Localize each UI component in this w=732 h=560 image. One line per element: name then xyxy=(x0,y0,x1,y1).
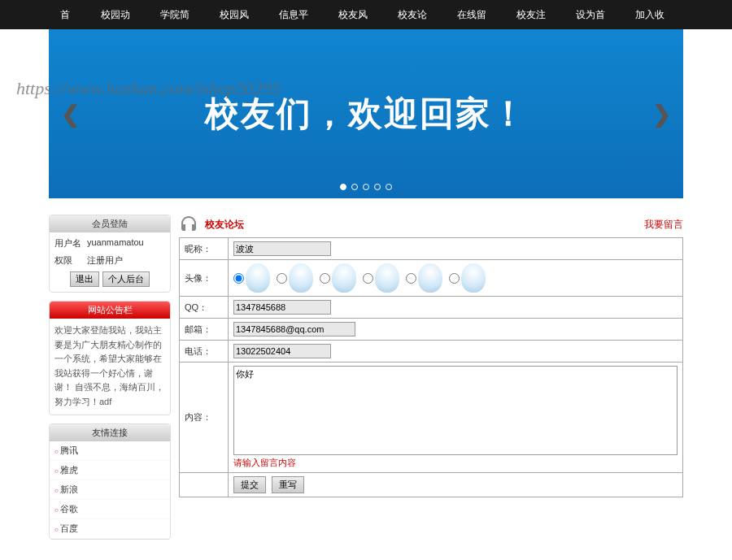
carousel-prev-icon[interactable]: ❮ xyxy=(61,101,80,128)
role-value: 注册用户 xyxy=(87,254,123,267)
friend-link[interactable]: 谷歌 xyxy=(50,500,170,519)
avatar-icon xyxy=(246,263,270,293)
hero-banner: https://www.huzhan.com/ishop30295 ❮ 校友们，… xyxy=(49,29,683,198)
nickname-label: 昵称： xyxy=(180,238,229,260)
nav-home[interactable]: 首页 xyxy=(49,0,89,29)
content-label: 内容： xyxy=(180,362,229,473)
friend-link[interactable]: 雅虎 xyxy=(50,461,170,480)
nav-alumni[interactable]: 校友风采 xyxy=(327,0,386,29)
phone-label: 电话： xyxy=(180,341,229,362)
profile-button[interactable]: 个人后台 xyxy=(102,271,150,287)
carousel-dots xyxy=(340,184,392,190)
email-input[interactable] xyxy=(233,322,355,336)
logout-button[interactable]: 退出 xyxy=(70,271,99,287)
nav-forum[interactable]: 校友论坛 xyxy=(386,0,446,29)
carousel-dot[interactable] xyxy=(386,184,392,190)
login-panel: 会员登陆 用户名 yuanmamatou 权限 注册用户 退出 个人后台 xyxy=(49,215,171,293)
content-textarea[interactable]: 你好 xyxy=(233,366,678,455)
carousel-dot[interactable] xyxy=(351,184,358,190)
avatar-radio-2[interactable] xyxy=(277,273,287,284)
notice-panel-title: 网站公告栏 xyxy=(50,302,170,319)
headset-icon xyxy=(179,215,198,234)
main-content: 校友论坛 我要留言 昵称： 头像： xyxy=(179,215,683,548)
nav-register[interactable]: 校友注册 xyxy=(505,0,564,29)
email-label: 邮箱： xyxy=(180,319,229,341)
avatar-radio-6[interactable] xyxy=(449,273,460,284)
carousel-dot[interactable] xyxy=(340,184,346,190)
links-panel: 友情连接 腾讯 雅虎 新浪 谷歌 百度 xyxy=(49,423,171,540)
qq-input[interactable] xyxy=(233,300,331,315)
notice-panel: 网站公告栏 欢迎大家登陆我站，我站主要是为广大朋友精心制作的一个系统，希望大家能… xyxy=(49,301,171,415)
avatar-icon xyxy=(418,263,442,293)
friend-link[interactable]: 百度 xyxy=(50,519,170,539)
avatar-radio-4[interactable] xyxy=(363,273,373,284)
nav-news[interactable]: 校园动态 xyxy=(89,0,149,29)
nav-intro[interactable]: 学院简介 xyxy=(149,0,208,29)
phone-input[interactable] xyxy=(233,344,331,358)
error-message: 请输入留言内容 xyxy=(233,457,678,469)
avatar-icon xyxy=(375,263,399,293)
nickname-input[interactable] xyxy=(233,241,331,256)
nav-right: 设为首页 加入收藏 xyxy=(564,0,683,29)
username-label: 用户名 xyxy=(54,237,87,250)
reset-button[interactable]: 重写 xyxy=(272,476,304,493)
login-panel-title: 会员登陆 xyxy=(50,215,170,232)
friend-link[interactable]: 腾讯 xyxy=(50,441,170,461)
avatar-radio-5[interactable] xyxy=(406,273,416,284)
username-value: yuanmamatou xyxy=(87,237,144,250)
nav-message[interactable]: 在线留言 xyxy=(446,0,505,29)
avatar-radio-3[interactable] xyxy=(320,273,330,284)
carousel-dot[interactable] xyxy=(363,184,369,190)
avatar-icon xyxy=(289,263,313,293)
avatar-label: 头像： xyxy=(180,260,229,297)
nav-info[interactable]: 信息平台 xyxy=(268,0,327,29)
forum-title: 校友论坛 xyxy=(205,218,244,232)
carousel-dot[interactable] xyxy=(374,184,381,190)
sidebar: 会员登陆 用户名 yuanmamatou 权限 注册用户 退出 个人后台 网站公… xyxy=(49,215,171,548)
carousel-next-icon[interactable]: ❯ xyxy=(652,101,671,128)
nav-left: 首页 校园动态 学院简介 校园风景 信息平台 校友风采 校友论坛 在线留言 校友… xyxy=(49,0,564,29)
role-label: 权限 xyxy=(54,254,87,267)
qq-label: QQ： xyxy=(180,297,229,319)
nav-scenery[interactable]: 校园风景 xyxy=(208,0,268,29)
submit-button[interactable]: 提交 xyxy=(233,476,266,493)
message-form: 昵称： 头像： QQ： xyxy=(179,237,683,497)
avatar-radio-1[interactable] xyxy=(233,273,244,284)
notice-content: 欢迎大家登陆我站，我站主要是为广大朋友精心制作的一个系统，希望大家能够在我站获得… xyxy=(54,323,165,410)
friend-link[interactable]: 新浪 xyxy=(50,480,170,500)
post-message-link[interactable]: 我要留言 xyxy=(644,218,683,232)
links-panel-title: 友情连接 xyxy=(50,424,170,441)
watermark-text: https://www.huzhan.com/ishop30295 xyxy=(16,78,281,99)
top-nav: 首页 校园动态 学院简介 校园风景 信息平台 校友风采 校友论坛 在线留言 校友… xyxy=(0,0,732,29)
avatar-icon xyxy=(332,263,356,293)
nav-sethome[interactable]: 设为首页 xyxy=(564,0,624,29)
avatar-icon xyxy=(461,263,486,293)
nav-favorite[interactable]: 加入收藏 xyxy=(624,0,683,29)
